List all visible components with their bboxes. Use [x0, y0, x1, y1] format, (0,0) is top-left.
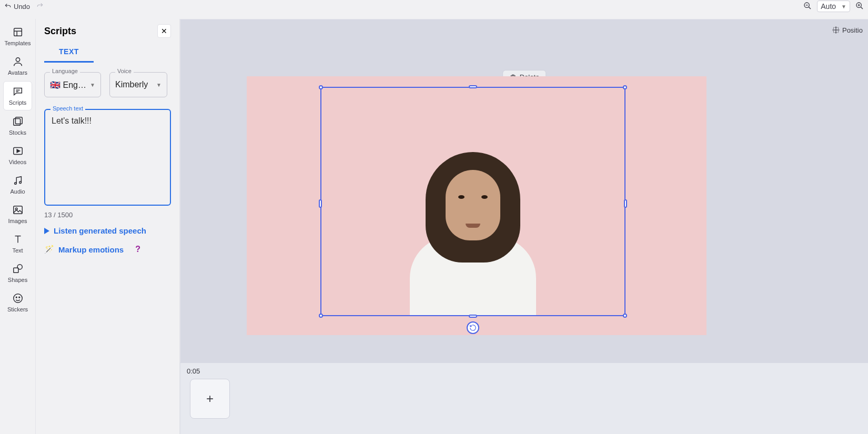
markup-label: Markup emotions: [58, 245, 124, 254]
audio-icon: [12, 175, 24, 186]
tool-rail: Templates Avatars Scripts Stocks Videos …: [0, 19, 36, 434]
play-icon: [44, 228, 49, 234]
listen-label: Listen generated speech: [54, 226, 146, 235]
speech-text-input[interactable]: Speech text Let's talk!!!: [44, 109, 171, 206]
svg-point-26: [16, 297, 17, 298]
svg-marker-16: [17, 149, 20, 153]
rail-item-label: Avatars: [8, 69, 27, 76]
language-select[interactable]: Language 🇬🇧 Eng… ▼: [44, 72, 101, 97]
speech-label: Speech text: [51, 105, 85, 112]
svg-point-27: [18, 297, 19, 298]
time-label: 0:05: [187, 367, 200, 375]
zoom-in-button[interactable]: [855, 2, 864, 12]
selection-frame[interactable]: [320, 87, 625, 316]
zoom-value: Auto: [821, 2, 836, 11]
rail-item-label: Images: [8, 218, 27, 224]
svg-point-10: [16, 58, 19, 62]
svg-point-18: [19, 181, 21, 184]
language-label: Language: [50, 68, 80, 74]
rail-item-templates[interactable]: Templates: [3, 22, 32, 51]
svg-rect-7: [14, 28, 22, 36]
undo-icon: [4, 3, 12, 10]
zoom-out-icon: [803, 2, 812, 10]
resize-handle-tl[interactable]: [319, 85, 323, 89]
help-icon[interactable]: ?: [135, 245, 140, 254]
svg-rect-13: [13, 119, 20, 126]
language-value: 🇬🇧 Eng…: [50, 80, 86, 90]
position-button[interactable]: Positio: [832, 26, 863, 34]
timeline: 0:05 +: [180, 362, 868, 434]
rail-item-label: Stickers: [7, 306, 28, 312]
rail-item-videos[interactable]: Videos: [3, 141, 32, 169]
rail-item-audio[interactable]: Audio: [3, 170, 32, 199]
rail-item-label: Stocks: [9, 129, 26, 136]
resize-handle-b[interactable]: [469, 315, 477, 318]
resize-handle-br[interactable]: [623, 314, 627, 318]
plus-icon: +: [206, 391, 214, 406]
stocks-icon: [12, 116, 24, 127]
undo-button[interactable]: Undo: [4, 3, 30, 11]
rail-item-scripts[interactable]: Scripts: [3, 81, 32, 110]
rotate-icon: [469, 324, 477, 331]
speech-text-value: Let's talk!!!: [52, 116, 92, 125]
add-slide-button[interactable]: +: [190, 379, 230, 419]
svg-point-25: [13, 294, 22, 303]
zoom-select[interactable]: Auto ▼: [817, 1, 850, 12]
rail-item-stickers[interactable]: Stickers: [3, 288, 32, 317]
voice-label: Voice: [115, 68, 134, 74]
position-icon: [832, 26, 840, 34]
avatar-image: [405, 142, 541, 315]
rail-item-label: Shapes: [8, 277, 27, 283]
chevron-down-icon: ▼: [90, 82, 95, 88]
close-panel-button[interactable]: ✕: [157, 24, 171, 38]
sticker-icon: [12, 292, 24, 304]
resize-handle-t[interactable]: [469, 85, 477, 88]
svg-line-4: [861, 7, 863, 9]
rail-item-label: Audio: [10, 188, 25, 195]
rail-item-stocks[interactable]: Stocks: [3, 112, 32, 140]
undo-label: Undo: [14, 3, 30, 11]
zoom-out-button[interactable]: [803, 2, 812, 12]
text-icon: [12, 234, 24, 245]
svg-rect-14: [15, 117, 22, 124]
shapes-icon: [12, 263, 24, 275]
redo-icon: [36, 2, 44, 9]
rail-item-label: Scripts: [9, 99, 27, 106]
svg-point-24: [17, 265, 22, 269]
redo-button[interactable]: [36, 2, 44, 11]
templates-icon: [12, 26, 24, 38]
rail-item-avatars[interactable]: Avatars: [3, 52, 32, 80]
rail-item-text[interactable]: Text: [3, 229, 32, 258]
voice-value: Kimberly: [115, 80, 148, 89]
scripts-panel: Scripts ✕ TEXT Language 🇬🇧 Eng… ▼ Voice …: [36, 19, 180, 434]
svg-rect-19: [13, 206, 22, 214]
resize-handle-l[interactable]: [319, 199, 322, 208]
markup-emotions-button[interactable]: 🪄 Markup emotions ?: [44, 245, 171, 254]
resize-handle-bl[interactable]: [319, 314, 323, 318]
svg-point-17: [14, 183, 16, 185]
char-count: 13 / 1500: [44, 211, 171, 219]
canvas[interactable]: Positio Delete: [180, 19, 868, 362]
wand-icon: 🪄: [44, 245, 54, 254]
svg-line-1: [809, 7, 811, 9]
image-icon: [12, 204, 24, 216]
chevron-down-icon: ▼: [156, 82, 162, 88]
resize-handle-r[interactable]: [624, 199, 627, 208]
resize-handle-tr[interactable]: [623, 85, 627, 89]
video-icon: [12, 145, 24, 157]
scripts-icon: [12, 86, 24, 97]
rail-item-shapes[interactable]: Shapes: [3, 259, 32, 287]
position-label: Positio: [842, 26, 863, 34]
tab-text[interactable]: TEXT: [44, 42, 94, 63]
rail-item-label: Text: [12, 247, 23, 254]
rail-item-images[interactable]: Images: [3, 200, 32, 228]
rail-item-label: Templates: [4, 40, 31, 46]
close-icon: ✕: [161, 27, 167, 35]
rail-item-label: Videos: [9, 159, 26, 165]
listen-speech-button[interactable]: Listen generated speech: [44, 226, 171, 235]
chevron-down-icon: ▼: [841, 4, 846, 9]
voice-select[interactable]: Voice Kimberly ▼: [109, 72, 167, 97]
rotate-handle[interactable]: [467, 321, 479, 334]
zoom-in-icon: [855, 2, 864, 10]
avatar-icon: [12, 56, 24, 67]
